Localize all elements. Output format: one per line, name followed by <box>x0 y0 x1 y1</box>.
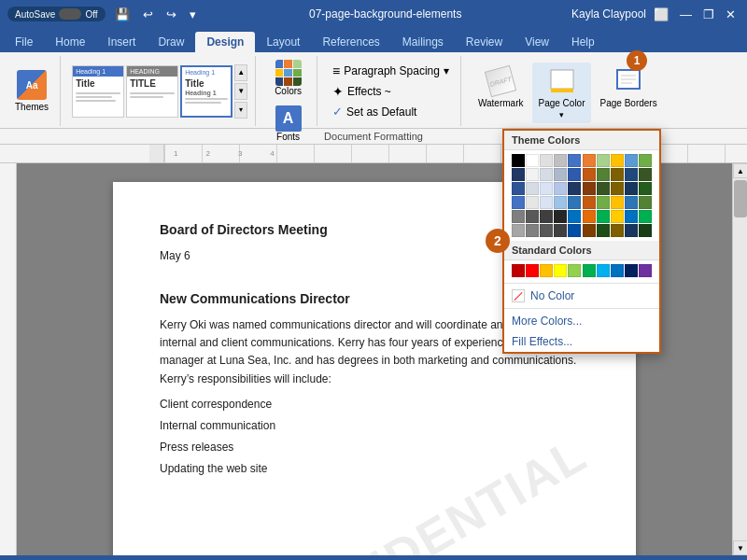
effects-button[interactable]: ✦ Effects ~ <box>329 82 395 101</box>
standard-color-cell-8[interactable] <box>625 264 638 277</box>
tab-mailings[interactable]: Mailings <box>391 32 455 52</box>
maximize-button[interactable]: ❐ <box>699 6 718 23</box>
theme-color-cell-14[interactable] <box>568 168 581 181</box>
paragraph-spacing-button[interactable]: ≡ Paragraph Spacing ▾ <box>329 62 453 80</box>
theme-color-cell-56[interactable] <box>597 224 610 237</box>
preset-thumb-3[interactable]: Heading 1 Title Heading 1 <box>180 65 233 118</box>
theme-color-cell-40[interactable] <box>512 210 525 223</box>
tab-home[interactable]: Home <box>44 32 96 52</box>
standard-color-cell-3[interactable] <box>554 264 567 277</box>
preset-scroll-down[interactable]: ▼ <box>234 83 247 100</box>
tab-references[interactable]: References <box>311 32 390 52</box>
standard-color-cell-4[interactable] <box>568 264 581 277</box>
page-borders-button[interactable]: Page Borders <box>595 63 663 112</box>
autosave-toggle[interactable] <box>59 8 81 20</box>
theme-color-cell-20[interactable] <box>512 182 525 195</box>
tab-review[interactable]: Review <box>455 32 514 52</box>
colors-button[interactable]: Colors <box>267 56 309 100</box>
theme-color-cell-9[interactable] <box>639 154 652 167</box>
theme-color-cell-15[interactable] <box>583 168 596 181</box>
no-color-option[interactable]: No Color <box>504 286 659 306</box>
theme-color-cell-42[interactable] <box>540 210 553 223</box>
right-scrollbar[interactable]: ▲ ▼ <box>732 163 747 555</box>
theme-color-cell-3[interactable] <box>554 154 567 167</box>
tab-insert[interactable]: Insert <box>96 32 147 52</box>
tab-design[interactable]: Design <box>195 32 255 52</box>
theme-color-cell-50[interactable] <box>512 224 525 237</box>
minimize-button[interactable]: — <box>676 6 696 23</box>
undo-button[interactable]: ↩ <box>139 6 157 23</box>
theme-color-cell-45[interactable] <box>583 210 596 223</box>
theme-color-cell-2[interactable] <box>540 154 553 167</box>
close-button[interactable]: ✕ <box>722 6 740 23</box>
theme-color-cell-55[interactable] <box>583 224 596 237</box>
standard-color-cell-9[interactable] <box>639 264 652 277</box>
theme-color-cell-36[interactable] <box>597 196 610 209</box>
customize-qat-button[interactable]: ▾ <box>186 6 200 23</box>
scroll-thumb[interactable] <box>734 180 747 217</box>
preset-thumb-1[interactable]: Heading 1 Title <box>72 65 124 118</box>
theme-color-cell-23[interactable] <box>554 182 567 195</box>
theme-color-cell-41[interactable] <box>526 210 539 223</box>
scroll-up-button[interactable]: ▲ <box>733 163 747 178</box>
standard-color-cell-5[interactable] <box>583 264 596 277</box>
theme-color-cell-52[interactable] <box>540 224 553 237</box>
theme-color-cell-34[interactable] <box>568 196 581 209</box>
theme-color-cell-51[interactable] <box>526 224 539 237</box>
scroll-down-button[interactable]: ▼ <box>733 540 747 555</box>
theme-color-cell-18[interactable] <box>625 168 638 181</box>
save-button[interactable]: 💾 <box>111 6 134 23</box>
standard-color-cell-0[interactable] <box>512 264 525 277</box>
theme-color-cell-31[interactable] <box>526 196 539 209</box>
fonts-button[interactable]: A Fonts <box>267 102 309 146</box>
theme-color-cell-43[interactable] <box>554 210 567 223</box>
theme-color-cell-17[interactable] <box>611 168 624 181</box>
tab-draw[interactable]: Draw <box>147 32 195 52</box>
theme-color-cell-39[interactable] <box>639 196 652 209</box>
theme-color-cell-1[interactable] <box>526 154 539 167</box>
theme-color-cell-10[interactable] <box>512 168 525 181</box>
theme-color-cell-54[interactable] <box>568 224 581 237</box>
set-as-default-button[interactable]: ✓ Set as Default <box>329 103 420 120</box>
redo-button[interactable]: ↪ <box>162 6 180 23</box>
theme-color-cell-22[interactable] <box>540 182 553 195</box>
theme-color-cell-32[interactable] <box>540 196 553 209</box>
standard-color-cell-2[interactable] <box>540 264 553 277</box>
theme-color-cell-27[interactable] <box>611 182 624 195</box>
tab-layout[interactable]: Layout <box>255 32 311 52</box>
theme-color-cell-0[interactable] <box>512 154 525 167</box>
theme-color-cell-29[interactable] <box>639 182 652 195</box>
preset-scroll-up[interactable]: ▲ <box>234 64 247 81</box>
theme-color-cell-58[interactable] <box>625 224 638 237</box>
theme-color-cell-46[interactable] <box>597 210 610 223</box>
themes-button[interactable]: Aa Themes <box>11 68 52 114</box>
theme-color-cell-26[interactable] <box>597 182 610 195</box>
theme-color-cell-13[interactable] <box>554 168 567 181</box>
standard-color-cell-1[interactable] <box>526 264 539 277</box>
theme-color-cell-4[interactable] <box>568 154 581 167</box>
theme-color-cell-24[interactable] <box>568 182 581 195</box>
tab-view[interactable]: View <box>514 32 560 52</box>
more-colors-option[interactable]: More Colors... <box>504 311 659 331</box>
theme-color-cell-57[interactable] <box>611 224 624 237</box>
theme-color-cell-25[interactable] <box>583 182 596 195</box>
preset-scroll-more[interactable]: ▾ <box>234 102 247 119</box>
standard-color-cell-6[interactable] <box>597 264 610 277</box>
theme-color-cell-35[interactable] <box>583 196 596 209</box>
theme-color-cell-16[interactable] <box>597 168 610 181</box>
theme-color-cell-33[interactable] <box>554 196 567 209</box>
theme-color-cell-59[interactable] <box>639 224 652 237</box>
theme-color-cell-6[interactable] <box>597 154 610 167</box>
theme-color-cell-8[interactable] <box>625 154 638 167</box>
theme-color-cell-30[interactable] <box>512 196 525 209</box>
theme-color-cell-12[interactable] <box>540 168 553 181</box>
theme-color-cell-38[interactable] <box>625 196 638 209</box>
theme-color-cell-48[interactable] <box>625 210 638 223</box>
page-color-button[interactable]: Page Color ▾ <box>532 63 590 123</box>
theme-color-cell-53[interactable] <box>554 224 567 237</box>
preset-thumb-2[interactable]: HEADING TITLE <box>126 65 178 118</box>
tab-help[interactable]: Help <box>560 32 606 52</box>
standard-color-cell-7[interactable] <box>611 264 624 277</box>
theme-color-cell-5[interactable] <box>583 154 596 167</box>
watermark-button[interactable]: DRAFT Watermark <box>472 63 529 112</box>
